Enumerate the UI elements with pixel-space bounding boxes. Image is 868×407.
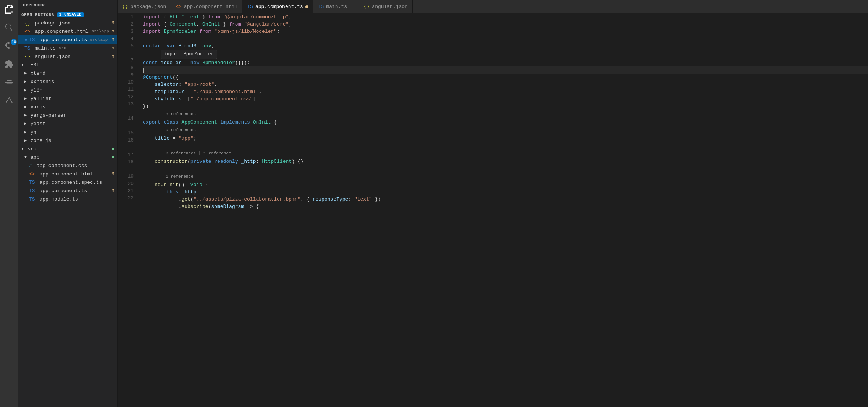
file-angular-json-open[interactable]: {} angular.json M — [18, 52, 117, 61]
ts-icon: TS — [29, 188, 35, 194]
files-icon[interactable] — [0, 0, 18, 18]
file-package-json[interactable]: {} package.json M — [18, 19, 117, 27]
folder-arrow: ▶ — [24, 130, 29, 134]
html-icon: <> — [29, 171, 35, 177]
folder-arrow: ▶ — [24, 113, 29, 117]
search-icon[interactable] — [0, 18, 18, 37]
folder-label: TEST — [27, 62, 39, 68]
code-line-20: this._http — [143, 188, 868, 196]
code-line-19: ngOnInit(): void { — [143, 181, 868, 188]
tab-package-json[interactable]: {} package.json — [118, 0, 171, 13]
tab-main-ts[interactable]: TS main.ts — [313, 0, 359, 13]
folder-zonejs[interactable]: ▶ zone.js — [18, 136, 117, 145]
folder-test[interactable]: ▼ TEST — [18, 61, 117, 69]
folder-app[interactable]: ▼ app — [18, 153, 117, 161]
file-path: src\app — [90, 37, 108, 42]
folder-label: y18n — [31, 87, 42, 93]
folder-label: yeast — [31, 121, 45, 127]
tab-icon: <> — [176, 4, 182, 10]
code-line-2: import { Component, OnInit } from "@angu… — [143, 21, 868, 28]
tab-angular-json[interactable]: {} angular.json — [359, 0, 413, 13]
folder-label: app — [31, 154, 39, 160]
svg-rect-2 — [7, 80, 9, 81]
code-line-3: import BpmnModeler from "bpmn-js/lib/Mod… — [143, 28, 868, 35]
tab-label: app.component.html — [184, 4, 237, 10]
folder-yallist[interactable]: ▶ yallist — [18, 94, 117, 103]
tab-app-component-ts[interactable]: TS app.component.ts — [242, 0, 313, 13]
deploy-icon[interactable] — [0, 92, 18, 110]
open-editors-header[interactable]: OPEN EDITORS 1 UNSAVED — [18, 11, 117, 19]
line-num-16: 16 — [118, 137, 134, 144]
folder-arrow: ▶ — [24, 105, 29, 109]
code-line-9: @Component({ — [143, 74, 868, 81]
line-num-20: 20 — [118, 180, 134, 187]
tab-label: app.component.ts — [255, 4, 303, 10]
folder-yn[interactable]: ▶ yn — [18, 128, 117, 136]
source-control-badge: 10 — [11, 39, 17, 45]
file-app-component-ts[interactable]: TS app.component.ts M — [18, 187, 117, 195]
ts-icon: TS — [29, 196, 35, 202]
line-num-refs2 — [118, 122, 134, 129]
line-num-5: 5 — [118, 42, 134, 50]
file-app-module-ts[interactable]: TS app.module.ts — [18, 195, 117, 203]
modified-label: M — [111, 188, 114, 193]
folder-xxhashjs[interactable]: ▶ xxhashjs — [18, 77, 117, 86]
file-label: app.component.html — [39, 171, 93, 177]
code-line-22: .subscribe(someDiagram => { — [143, 203, 868, 210]
folder-y18n[interactable]: ▶ y18n — [18, 86, 117, 94]
line-num-11: 11 — [118, 86, 134, 93]
code-refs-1: 8 references — [143, 110, 868, 119]
modified-label: M — [111, 21, 114, 25]
source-control-icon[interactable]: 10 — [0, 37, 18, 55]
refs-label: 1 reference — [143, 172, 194, 181]
line-num-19: 19 — [118, 173, 134, 180]
code-line-13: }) — [143, 103, 868, 110]
code-line-4 — [143, 35, 868, 42]
css-icon: # — [29, 163, 32, 169]
tab-icon: {} — [364, 4, 370, 10]
code-line-21: .get("../assets/pizza-collaboration.bpmn… — [143, 196, 868, 203]
line-num-9: 9 — [118, 71, 134, 79]
modified-label: M — [111, 29, 114, 34]
file-app-component-ts-open[interactable]: ● TS app.component.ts src\app M — [18, 35, 117, 44]
docker-icon[interactable] — [0, 73, 18, 92]
code-line-11: templateUrl: "./app.component.html", — [143, 88, 868, 95]
line-num-2: 2 — [118, 21, 134, 28]
extensions-icon[interactable] — [0, 55, 18, 73]
line-num-refs3 — [118, 144, 134, 151]
tab-app-component-html[interactable]: <> app.component.html — [171, 0, 242, 13]
folder-yargs[interactable]: ▶ yargs — [18, 103, 117, 111]
file-label: app.component.ts — [39, 37, 87, 43]
tab-icon: TS — [247, 4, 253, 10]
json-icon: {} — [24, 20, 31, 26]
file-app-component-spec-ts[interactable]: TS app.component.spec.ts — [18, 178, 117, 187]
line-num-12: 12 — [118, 93, 134, 100]
refs-label: 0 references — [143, 126, 196, 135]
modified-label: M — [111, 172, 114, 176]
tab-label: angular.json — [372, 4, 408, 10]
tab-bar: {} package.json <> app.component.html TS… — [118, 0, 868, 13]
file-label: main.ts — [35, 45, 56, 51]
file-app-component-html[interactable]: <> app.component.html M — [18, 170, 117, 178]
code-line-8 — [143, 66, 868, 74]
code-content[interactable]: import { HttpClient } from "@angular/com… — [137, 13, 868, 407]
folder-label: yargs — [31, 104, 45, 110]
text-cursor — [143, 68, 144, 73]
file-app-component-html-open[interactable]: <> app.component.html src\app M — [18, 27, 117, 35]
line-num-refs1 — [118, 108, 134, 115]
file-app-component-css[interactable]: # app.component.css — [18, 161, 117, 170]
folder-xtend[interactable]: ▶ xtend — [18, 69, 117, 77]
line-num-6 — [118, 50, 134, 57]
line-num-3: 3 — [118, 28, 134, 35]
folder-yargs-parser[interactable]: ▶ yargs-parser — [18, 111, 117, 119]
code-editor[interactable]: 1 2 3 4 5 7 8 9 10 11 12 13 14 15 16 17 … — [118, 13, 868, 407]
tab-label: main.ts — [326, 4, 347, 10]
line-num-21: 21 — [118, 187, 134, 195]
line-num-1: 1 — [118, 13, 134, 21]
ts-icon: TS — [24, 45, 31, 51]
code-line-15: title = "app"; — [143, 135, 868, 142]
folder-yeast[interactable]: ▶ yeast — [18, 119, 117, 128]
file-label: app.module.ts — [39, 196, 78, 202]
file-main-ts-open[interactable]: TS main.ts src M — [18, 44, 117, 52]
folder-src[interactable]: ▼ src — [18, 145, 117, 153]
